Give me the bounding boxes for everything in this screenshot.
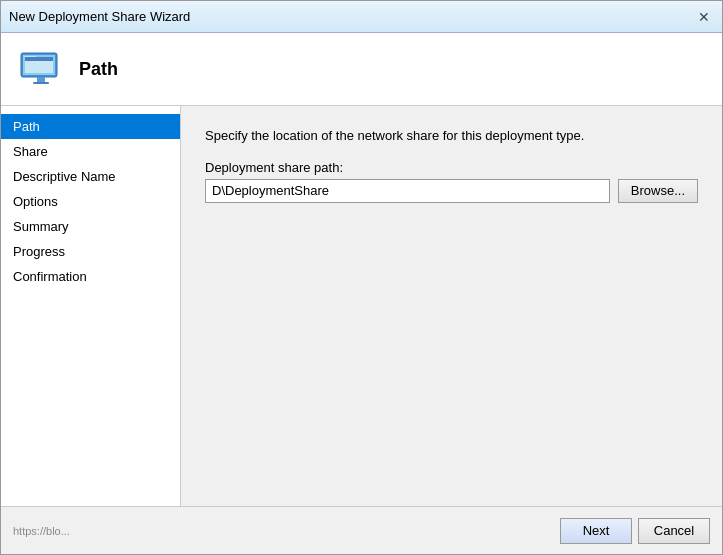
- cancel-button[interactable]: Cancel: [638, 518, 710, 544]
- wizard-header: Path: [1, 33, 722, 106]
- footer-hint: https://blo...: [13, 525, 554, 537]
- sidebar-item-options[interactable]: Options: [1, 189, 180, 214]
- close-button[interactable]: ✕: [694, 7, 714, 27]
- path-field-group: Deployment share path: Browse...: [205, 160, 698, 203]
- title-bar: New Deployment Share Wizard ✕: [1, 1, 722, 33]
- wizard-title: Path: [79, 59, 118, 80]
- wizard-icon: [17, 45, 65, 93]
- svg-rect-4: [37, 77, 45, 82]
- wizard-body: Path Share Descriptive Name Options Summ…: [1, 106, 722, 506]
- path-field-label: Deployment share path:: [205, 160, 698, 175]
- svg-rect-5: [33, 82, 49, 84]
- content-description: Specify the location of the network shar…: [205, 126, 698, 146]
- deployment-share-path-input[interactable]: [205, 179, 610, 203]
- next-button[interactable]: Next: [560, 518, 632, 544]
- content-area: Specify the location of the network shar…: [181, 106, 722, 506]
- browse-button[interactable]: Browse...: [618, 179, 698, 203]
- dialog-window: New Deployment Share Wizard ✕ Path Path: [0, 0, 723, 555]
- svg-rect-3: [25, 57, 53, 61]
- path-field-row: Browse...: [205, 179, 698, 203]
- title-bar-text: New Deployment Share Wizard: [9, 9, 190, 24]
- wizard-footer: https://blo... Next Cancel: [1, 506, 722, 554]
- sidebar-item-descriptive-name[interactable]: Descriptive Name: [1, 164, 180, 189]
- sidebar-item-path[interactable]: Path: [1, 114, 180, 139]
- sidebar-item-progress[interactable]: Progress: [1, 239, 180, 264]
- sidebar-item-summary[interactable]: Summary: [1, 214, 180, 239]
- svg-rect-6: [24, 56, 36, 57]
- sidebar: Path Share Descriptive Name Options Summ…: [1, 106, 181, 506]
- sidebar-item-share[interactable]: Share: [1, 139, 180, 164]
- sidebar-item-confirmation[interactable]: Confirmation: [1, 264, 180, 289]
